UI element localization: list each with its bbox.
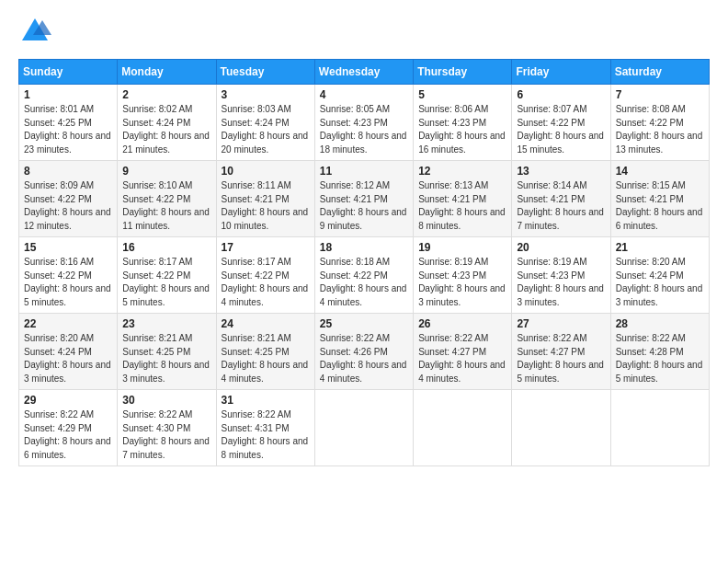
calendar-week-1: 1 Sunrise: 8:01 AM Sunset: 4:25 PM Dayli… bbox=[19, 85, 710, 161]
day-info: Sunrise: 8:13 AM Sunset: 4:21 PM Dayligh… bbox=[418, 179, 506, 233]
calendar-cell: 6 Sunrise: 8:07 AM Sunset: 4:22 PM Dayli… bbox=[512, 85, 610, 161]
day-info: Sunrise: 8:16 AM Sunset: 4:22 PM Dayligh… bbox=[24, 256, 112, 309]
calendar-cell: 27 Sunrise: 8:22 AM Sunset: 4:27 PM Dayl… bbox=[512, 314, 610, 390]
logo-icon bbox=[18, 15, 51, 48]
calendar-week-2: 8 Sunrise: 8:09 AM Sunset: 4:22 PM Dayli… bbox=[19, 161, 710, 237]
day-number: 18 bbox=[320, 241, 408, 254]
weekday-header-wednesday: Wednesday bbox=[314, 60, 413, 85]
calendar-cell: 2 Sunrise: 8:02 AM Sunset: 4:24 PM Dayli… bbox=[118, 85, 216, 161]
day-info: Sunrise: 8:22 AM Sunset: 4:26 PM Dayligh… bbox=[320, 332, 408, 385]
day-info: Sunrise: 8:21 AM Sunset: 4:25 PM Dayligh… bbox=[222, 332, 310, 385]
weekday-header-sunday: Sunday bbox=[19, 60, 118, 85]
calendar-week-5: 29 Sunrise: 8:22 AM Sunset: 4:29 PM Dayl… bbox=[19, 390, 710, 466]
day-info: Sunrise: 8:22 AM Sunset: 4:28 PM Dayligh… bbox=[616, 332, 704, 385]
weekday-header-saturday: Saturday bbox=[610, 60, 709, 85]
calendar-cell: 1 Sunrise: 8:01 AM Sunset: 4:25 PM Dayli… bbox=[19, 85, 118, 161]
calendar-cell: 24 Sunrise: 8:21 AM Sunset: 4:25 PM Dayl… bbox=[216, 314, 314, 390]
calendar-cell bbox=[414, 390, 512, 466]
day-number: 6 bbox=[517, 88, 605, 101]
weekday-header-thursday: Thursday bbox=[414, 60, 512, 85]
day-number: 12 bbox=[418, 165, 506, 178]
weekday-header-row: SundayMondayTuesdayWednesdayThursdayFrid… bbox=[19, 60, 710, 85]
calendar-cell: 12 Sunrise: 8:13 AM Sunset: 4:21 PM Dayl… bbox=[414, 161, 512, 237]
calendar-cell: 30 Sunrise: 8:22 AM Sunset: 4:30 PM Dayl… bbox=[118, 390, 216, 466]
day-info: Sunrise: 8:01 AM Sunset: 4:25 PM Dayligh… bbox=[24, 103, 112, 156]
day-info: Sunrise: 8:10 AM Sunset: 4:22 PM Dayligh… bbox=[122, 179, 210, 233]
calendar-cell: 8 Sunrise: 8:09 AM Sunset: 4:22 PM Dayli… bbox=[19, 161, 118, 237]
day-number: 27 bbox=[517, 317, 605, 330]
calendar-cell: 20 Sunrise: 8:19 AM Sunset: 4:23 PM Dayl… bbox=[512, 237, 610, 314]
day-number: 19 bbox=[418, 241, 506, 254]
day-number: 31 bbox=[222, 394, 310, 407]
day-info: Sunrise: 8:22 AM Sunset: 4:30 PM Dayligh… bbox=[122, 408, 210, 462]
weekday-header-tuesday: Tuesday bbox=[216, 60, 314, 85]
day-info: Sunrise: 8:06 AM Sunset: 4:23 PM Dayligh… bbox=[418, 103, 506, 156]
header bbox=[18, 15, 710, 48]
calendar-week-4: 22 Sunrise: 8:20 AM Sunset: 4:24 PM Dayl… bbox=[19, 314, 710, 390]
calendar-cell: 25 Sunrise: 8:22 AM Sunset: 4:26 PM Dayl… bbox=[314, 314, 413, 390]
day-info: Sunrise: 8:22 AM Sunset: 4:27 PM Dayligh… bbox=[517, 332, 605, 385]
day-number: 7 bbox=[616, 88, 704, 101]
day-number: 28 bbox=[616, 317, 704, 330]
day-info: Sunrise: 8:02 AM Sunset: 4:24 PM Dayligh… bbox=[122, 103, 210, 156]
day-info: Sunrise: 8:11 AM Sunset: 4:21 PM Dayligh… bbox=[222, 179, 310, 233]
calendar-cell: 3 Sunrise: 8:03 AM Sunset: 4:24 PM Dayli… bbox=[216, 85, 314, 161]
calendar-cell: 7 Sunrise: 8:08 AM Sunset: 4:22 PM Dayli… bbox=[610, 85, 709, 161]
day-number: 5 bbox=[418, 88, 506, 101]
day-number: 9 bbox=[122, 165, 210, 178]
day-number: 23 bbox=[122, 317, 210, 330]
calendar-cell: 26 Sunrise: 8:22 AM Sunset: 4:27 PM Dayl… bbox=[414, 314, 512, 390]
day-info: Sunrise: 8:05 AM Sunset: 4:23 PM Dayligh… bbox=[320, 103, 408, 156]
logo bbox=[18, 15, 55, 48]
day-info: Sunrise: 8:18 AM Sunset: 4:22 PM Dayligh… bbox=[320, 256, 408, 309]
day-info: Sunrise: 8:19 AM Sunset: 4:23 PM Dayligh… bbox=[418, 256, 506, 309]
calendar-cell: 19 Sunrise: 8:19 AM Sunset: 4:23 PM Dayl… bbox=[414, 237, 512, 314]
day-info: Sunrise: 8:20 AM Sunset: 4:24 PM Dayligh… bbox=[24, 332, 112, 385]
calendar-week-3: 15 Sunrise: 8:16 AM Sunset: 4:22 PM Dayl… bbox=[19, 237, 710, 314]
calendar-cell: 13 Sunrise: 8:14 AM Sunset: 4:21 PM Dayl… bbox=[512, 161, 610, 237]
day-number: 14 bbox=[616, 165, 704, 178]
day-info: Sunrise: 8:07 AM Sunset: 4:22 PM Dayligh… bbox=[517, 103, 605, 156]
calendar-cell bbox=[610, 390, 709, 466]
day-number: 22 bbox=[24, 317, 112, 330]
day-info: Sunrise: 8:19 AM Sunset: 4:23 PM Dayligh… bbox=[517, 256, 605, 309]
day-number: 29 bbox=[24, 394, 112, 407]
page: SundayMondayTuesdayWednesdayThursdayFrid… bbox=[0, 0, 728, 563]
calendar-cell: 21 Sunrise: 8:20 AM Sunset: 4:24 PM Dayl… bbox=[610, 237, 709, 314]
calendar-cell: 9 Sunrise: 8:10 AM Sunset: 4:22 PM Dayli… bbox=[118, 161, 216, 237]
day-info: Sunrise: 8:17 AM Sunset: 4:22 PM Dayligh… bbox=[222, 256, 310, 309]
day-info: Sunrise: 8:03 AM Sunset: 4:24 PM Dayligh… bbox=[222, 103, 310, 156]
calendar-cell: 18 Sunrise: 8:18 AM Sunset: 4:22 PM Dayl… bbox=[314, 237, 413, 314]
day-info: Sunrise: 8:09 AM Sunset: 4:22 PM Dayligh… bbox=[24, 179, 112, 233]
calendar-cell: 22 Sunrise: 8:20 AM Sunset: 4:24 PM Dayl… bbox=[19, 314, 118, 390]
calendar-cell: 10 Sunrise: 8:11 AM Sunset: 4:21 PM Dayl… bbox=[216, 161, 314, 237]
calendar-cell: 31 Sunrise: 8:22 AM Sunset: 4:31 PM Dayl… bbox=[216, 390, 314, 466]
day-info: Sunrise: 8:22 AM Sunset: 4:31 PM Dayligh… bbox=[222, 408, 310, 462]
calendar-table: SundayMondayTuesdayWednesdayThursdayFrid… bbox=[18, 59, 710, 466]
weekday-header-monday: Monday bbox=[118, 60, 216, 85]
calendar-cell: 5 Sunrise: 8:06 AM Sunset: 4:23 PM Dayli… bbox=[414, 85, 512, 161]
day-number: 3 bbox=[222, 88, 310, 101]
day-number: 30 bbox=[122, 394, 210, 407]
day-number: 15 bbox=[24, 241, 112, 254]
calendar-cell: 23 Sunrise: 8:21 AM Sunset: 4:25 PM Dayl… bbox=[118, 314, 216, 390]
calendar-cell: 4 Sunrise: 8:05 AM Sunset: 4:23 PM Dayli… bbox=[314, 85, 413, 161]
day-number: 24 bbox=[222, 317, 310, 330]
day-number: 10 bbox=[222, 165, 310, 178]
calendar-cell: 11 Sunrise: 8:12 AM Sunset: 4:21 PM Dayl… bbox=[314, 161, 413, 237]
day-number: 21 bbox=[616, 241, 704, 254]
calendar-cell: 29 Sunrise: 8:22 AM Sunset: 4:29 PM Dayl… bbox=[19, 390, 118, 466]
day-number: 17 bbox=[222, 241, 310, 254]
calendar-cell: 16 Sunrise: 8:17 AM Sunset: 4:22 PM Dayl… bbox=[118, 237, 216, 314]
day-info: Sunrise: 8:14 AM Sunset: 4:21 PM Dayligh… bbox=[517, 179, 605, 233]
day-number: 16 bbox=[122, 241, 210, 254]
calendar-cell bbox=[314, 390, 413, 466]
day-info: Sunrise: 8:17 AM Sunset: 4:22 PM Dayligh… bbox=[122, 256, 210, 309]
day-info: Sunrise: 8:22 AM Sunset: 4:29 PM Dayligh… bbox=[24, 408, 112, 462]
day-number: 11 bbox=[320, 165, 408, 178]
calendar-cell: 28 Sunrise: 8:22 AM Sunset: 4:28 PM Dayl… bbox=[610, 314, 709, 390]
day-number: 25 bbox=[320, 317, 408, 330]
day-info: Sunrise: 8:12 AM Sunset: 4:21 PM Dayligh… bbox=[320, 179, 408, 233]
day-info: Sunrise: 8:22 AM Sunset: 4:27 PM Dayligh… bbox=[418, 332, 506, 385]
weekday-header-friday: Friday bbox=[512, 60, 610, 85]
